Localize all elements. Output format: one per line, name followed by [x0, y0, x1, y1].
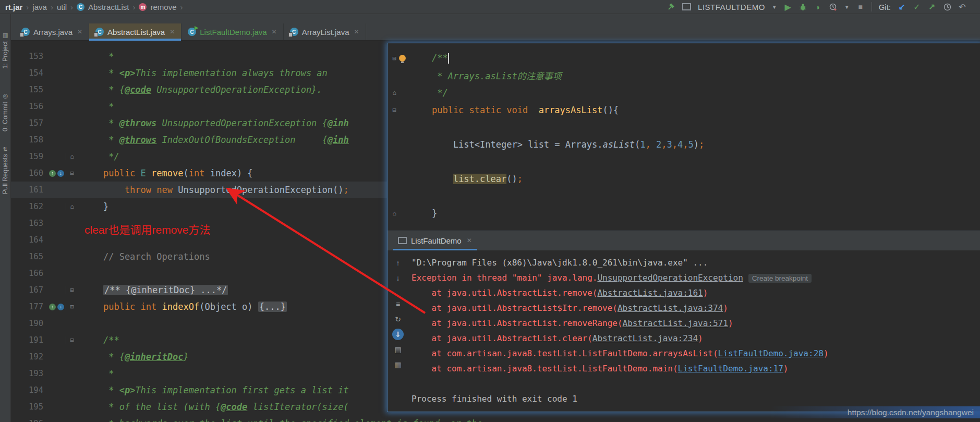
- git-push-icon[interactable]: ↗: [928, 2, 936, 12]
- stack-trace-link[interactable]: ListFaultDemo.java:17: [678, 364, 783, 373]
- floating-editor-window[interactable]: ⊟ /** * Arrays.asList的注意事项⌂ */⊟ public s…: [387, 43, 980, 412]
- sidebar-item-pull-requests[interactable]: Pull Requests ⇅: [0, 147, 10, 194]
- fold-marker-icon[interactable]: ⊟: [388, 106, 399, 114]
- run-config-name[interactable]: LISTFAULTDEMO: [698, 3, 765, 11]
- tab-abstractlist-java[interactable]: CAbstractList.java✕: [89, 23, 182, 40]
- debug-bug-icon[interactable]: [799, 2, 807, 12]
- code-line[interactable]: * Arrays.asList的注意事项: [388, 67, 980, 84]
- code-line[interactable]: [388, 187, 980, 204]
- line-number[interactable]: 163: [11, 219, 43, 228]
- git-update-icon[interactable]: ↙: [898, 2, 906, 12]
- close-icon[interactable]: ✕: [170, 28, 175, 35]
- line-number[interactable]: 196: [11, 419, 43, 422]
- fold-marker-icon[interactable]: ⊞: [66, 286, 78, 294]
- git-commit-check-icon[interactable]: ✓: [913, 2, 921, 12]
- code-line[interactable]: Process finished with exit code 1: [408, 391, 980, 406]
- history-clock-icon[interactable]: [943, 2, 951, 12]
- down-stack-trace-icon[interactable]: ↓: [392, 272, 404, 284]
- profiler-dropdown-icon[interactable]: ▼: [844, 4, 850, 10]
- line-number[interactable]: 161: [11, 185, 43, 195]
- code-line[interactable]: list.clear();: [388, 170, 980, 187]
- line-number[interactable]: 153: [11, 52, 43, 61]
- close-icon[interactable]: ✕: [354, 28, 359, 35]
- sidebar-item-project[interactable]: 1: Project ▤: [0, 32, 10, 69]
- code-line[interactable]: [388, 153, 980, 170]
- breadcrumb-item[interactable]: java: [32, 3, 47, 11]
- code-line[interactable]: ⌂ }: [388, 204, 980, 222]
- line-number[interactable]: 157: [11, 118, 43, 128]
- code-line[interactable]: at java.util.AbstractList.clear(Abstract…: [408, 331, 980, 346]
- rerun-icon[interactable]: ↻: [392, 314, 404, 325]
- fold-marker-icon[interactable]: ⌂: [388, 89, 399, 97]
- close-icon[interactable]: ✕: [272, 28, 277, 35]
- line-number[interactable]: 156: [11, 102, 43, 111]
- line-number[interactable]: 167: [11, 285, 43, 295]
- create-breakpoint-inlay[interactable]: Create breakpoint: [748, 274, 812, 283]
- line-number[interactable]: 159: [11, 152, 43, 161]
- implements-icon[interactable]: ↑: [49, 304, 56, 310]
- code-line[interactable]: [408, 376, 980, 391]
- console-output-pane[interactable]: "D:\Program Files (x86)\Java\jdk1.8.0_26…: [408, 250, 980, 412]
- code-line[interactable]: at java.util.AbstractList.removeRange(Ab…: [408, 316, 980, 331]
- code-line[interactable]: at com.artisan.java8.testList.ListFaultD…: [408, 361, 980, 376]
- stack-trace-link[interactable]: ListFaultDemo.java:28: [718, 348, 824, 358]
- overridden-icon[interactable]: ↓: [57, 304, 64, 310]
- breadcrumb-item[interactable]: AbstractList: [88, 3, 129, 11]
- code-line[interactable]: ⊟ /**: [388, 50, 980, 67]
- coverage-icon[interactable]: ◗: [814, 2, 822, 12]
- code-line[interactable]: at java.util.AbstractList.remove(Abstrac…: [408, 285, 980, 300]
- tab-arraylist-java[interactable]: CArrayList.java✕: [284, 23, 366, 40]
- overridden-icon[interactable]: ↓: [57, 170, 64, 177]
- stack-trace-link[interactable]: AbstractList.java:234: [592, 333, 698, 343]
- line-number[interactable]: 190: [11, 319, 43, 328]
- implements-icon[interactable]: ↑: [49, 170, 56, 177]
- line-number[interactable]: 164: [11, 235, 43, 245]
- run-config-icon[interactable]: [682, 2, 691, 12]
- tab-arrays-java[interactable]: CArrays.java✕: [15, 23, 89, 40]
- line-number[interactable]: 192: [11, 352, 43, 361]
- code-line[interactable]: ⌂ */: [388, 84, 980, 101]
- fold-marker-icon[interactable]: ⊞: [66, 303, 78, 310]
- fold-marker-icon[interactable]: ⌂: [66, 153, 78, 160]
- line-number[interactable]: 177: [11, 302, 43, 311]
- line-number[interactable]: 193: [11, 369, 43, 378]
- up-stack-trace-icon[interactable]: ↑: [392, 257, 404, 269]
- build-hammer-icon[interactable]: [667, 2, 675, 12]
- rollback-icon[interactable]: ↶: [958, 2, 966, 12]
- line-number[interactable]: 166: [11, 269, 43, 278]
- line-number[interactable]: 191: [11, 335, 43, 345]
- scroll-to-end-icon[interactable]: ⇓: [392, 329, 404, 340]
- fold-marker-icon[interactable]: ⊟: [388, 55, 399, 62]
- code-line[interactable]: ⊟ public static void arraysAsList(){: [388, 101, 980, 118]
- code-line[interactable]: Exception in thread "main" java.lang.Uns…: [408, 270, 980, 285]
- run-config-dropdown-icon[interactable]: ▼: [772, 4, 777, 10]
- fold-marker-icon[interactable]: ⌂: [66, 203, 78, 210]
- fold-marker-icon[interactable]: ⊟: [66, 336, 78, 344]
- line-number[interactable]: 155: [11, 85, 43, 94]
- line-number[interactable]: 158: [11, 135, 43, 144]
- line-number[interactable]: 162: [11, 202, 43, 211]
- clear-all-icon[interactable]: ▦: [392, 359, 404, 370]
- stack-trace-link[interactable]: UnsupportedOperationException: [597, 273, 743, 283]
- stack-trace-link[interactable]: AbstractList.java:571: [623, 318, 728, 328]
- close-icon[interactable]: ✕: [467, 237, 472, 244]
- intention-bulb-icon[interactable]: [399, 55, 406, 62]
- line-number[interactable]: 195: [11, 402, 43, 412]
- soft-wrap-icon[interactable]: ≡: [392, 298, 404, 310]
- stack-trace-link[interactable]: AbstractList.java:161: [597, 288, 703, 298]
- code-line[interactable]: "D:\Program Files (x86)\Java\jdk1.8.0_26…: [408, 255, 980, 270]
- line-number[interactable]: 194: [11, 385, 43, 395]
- print-icon[interactable]: ▤: [392, 344, 404, 355]
- stop-icon[interactable]: ■: [856, 2, 865, 12]
- line-number[interactable]: 154: [11, 68, 43, 78]
- line-number[interactable]: 165: [11, 252, 43, 261]
- close-icon[interactable]: ✕: [77, 28, 82, 35]
- fold-marker-icon[interactable]: ⌂: [388, 210, 399, 217]
- code-line[interactable]: at com.artisan.java8.testList.ListFaultD…: [408, 346, 980, 361]
- sidebar-item-commit[interactable]: 0: Commit ◎: [0, 92, 10, 131]
- stack-trace-link[interactable]: AbstractList.java:374: [618, 303, 723, 313]
- profiler-icon[interactable]: [829, 2, 838, 12]
- code-line[interactable]: at java.util.AbstractList$Itr.remove(Abs…: [408, 300, 980, 316]
- breadcrumb-item[interactable]: remove: [150, 3, 176, 11]
- console-tab[interactable]: ListFaultDemo ✕: [393, 231, 477, 250]
